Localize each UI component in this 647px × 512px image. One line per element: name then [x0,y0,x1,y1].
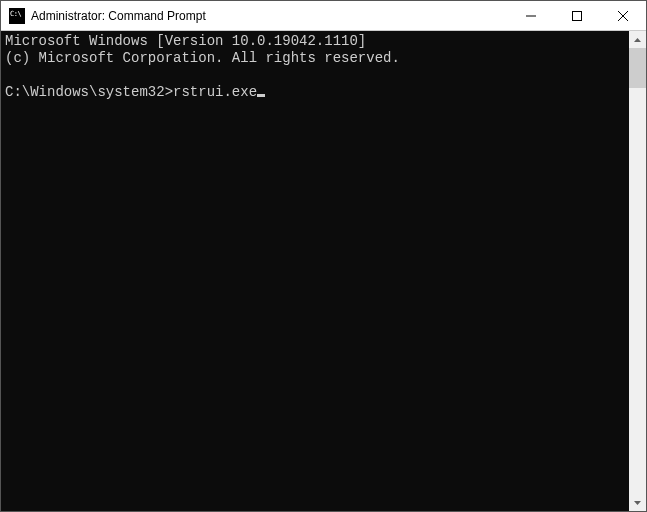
minimize-button[interactable] [508,1,554,31]
svg-marker-5 [634,501,641,505]
minimize-icon [526,11,536,21]
scroll-down-button[interactable] [629,494,646,511]
close-button[interactable] [600,1,646,31]
svg-rect-1 [573,11,582,20]
command-prompt-window: Administrator: Command Prompt Microsoft … [0,0,647,512]
window-title: Administrator: Command Prompt [31,9,206,23]
content-area: Microsoft Windows [Version 10.0.19042.11… [1,31,646,511]
scroll-up-button[interactable] [629,31,646,48]
maximize-icon [572,11,582,21]
cmd-icon [9,8,25,24]
scroll-thumb[interactable] [629,48,646,88]
prompt-path: C:\Windows\system32> [5,84,173,100]
chevron-up-icon [634,38,641,42]
cursor-icon [257,94,265,97]
svg-marker-4 [634,38,641,42]
typed-command: rstrui.exe [173,84,257,100]
terminal-output[interactable]: Microsoft Windows [Version 10.0.19042.11… [1,31,629,511]
vertical-scrollbar[interactable] [629,31,646,511]
copyright-line: (c) Microsoft Corporation. All rights re… [5,50,400,66]
titlebar[interactable]: Administrator: Command Prompt [1,1,646,31]
chevron-down-icon [634,501,641,505]
scroll-track[interactable] [629,88,646,494]
close-icon [618,11,628,21]
maximize-button[interactable] [554,1,600,31]
version-line: Microsoft Windows [Version 10.0.19042.11… [5,33,366,49]
